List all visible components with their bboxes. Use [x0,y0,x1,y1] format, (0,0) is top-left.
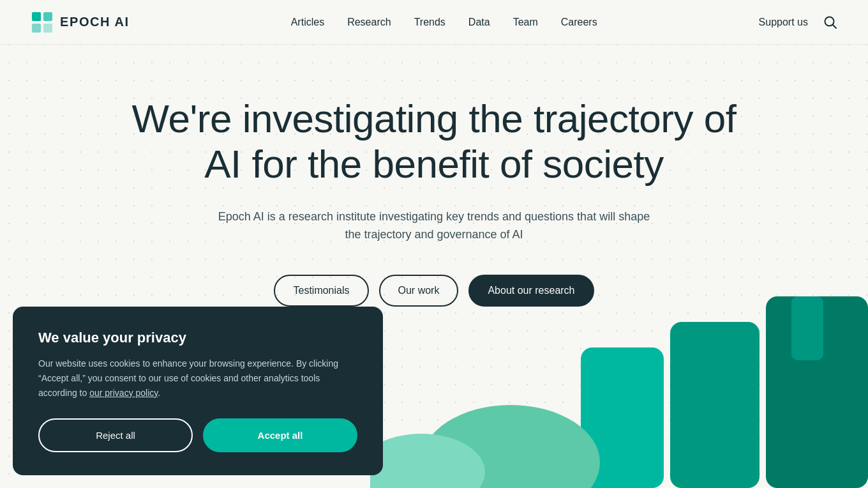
accept-all-button[interactable]: Accept all [203,418,357,452]
svg-rect-0 [32,12,41,21]
hero-title: We're investigating the trajectory of AI… [121,96,747,187]
nav-links: Articles Research Trends Data Team Caree… [291,17,597,28]
svg-rect-3 [43,24,52,33]
cookie-buttons: Reject all Accept all [38,418,357,452]
nav-articles[interactable]: Articles [291,17,324,27]
cookie-title: We value your privacy [38,330,357,346]
nav-trends[interactable]: Trends [414,17,445,27]
svg-line-5 [832,24,836,28]
hero-subtitle: Epoch AI is a research institute investi… [217,208,651,245]
main-nav: EPOCH AI Articles Research Trends Data T… [0,0,868,45]
nav-team[interactable]: Team [513,17,538,27]
reject-all-button[interactable]: Reject all [38,418,193,452]
nav-careers[interactable]: Careers [561,17,597,27]
cookie-banner: We value your privacy Our website uses c… [13,307,383,475]
testimonials-button[interactable]: Testimonials [274,275,368,307]
svg-rect-1 [43,12,52,21]
svg-rect-11 [791,296,823,360]
svg-rect-7 [670,322,760,488]
search-button[interactable] [823,15,837,29]
search-icon [823,15,837,29]
logo-icon [31,11,54,34]
logo-text: EPOCH AI [60,15,130,29]
nav-support[interactable]: Support us [759,17,808,28]
svg-rect-2 [32,24,41,33]
privacy-policy-link[interactable]: our privacy policy [89,388,158,398]
nav-data[interactable]: Data [468,17,490,27]
nav-right: Support us [759,15,837,29]
hero-illustration [370,284,868,488]
nav-research[interactable]: Research [347,17,391,27]
cookie-body: Our website uses cookies to enhance your… [38,356,357,400]
logo-link[interactable]: EPOCH AI [31,11,130,34]
